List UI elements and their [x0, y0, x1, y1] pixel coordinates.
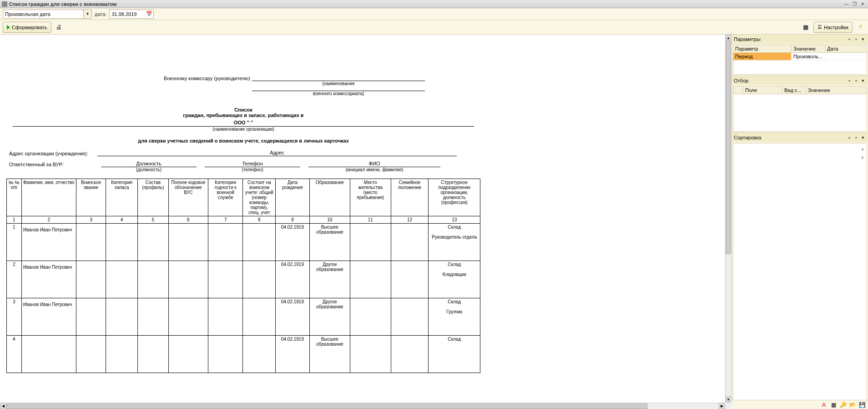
settings-label: Настройки: [824, 25, 848, 30]
panel-collapse-icon[interactable]: ▼: [860, 77, 866, 84]
table-row[interactable]: 404.02.1919Высшее образованиеСклад: [7, 336, 480, 373]
generate-button[interactable]: Сформировать: [3, 22, 51, 33]
chevron-down-icon[interactable]: ▼: [83, 10, 91, 18]
hscroll-thumb[interactable]: [6, 404, 647, 409]
column-number: 11: [350, 216, 391, 224]
minimize-button[interactable]: —: [843, 1, 850, 7]
period-type-combo[interactable]: ▼: [3, 10, 92, 19]
print-button[interactable]: 🖨: [54, 22, 64, 32]
report-title1: Список: [6, 107, 480, 112]
address-label: Адрес организации (учреждения):: [6, 151, 97, 156]
table-header: Категория годности к военной службе: [208, 179, 242, 216]
maximize-button[interactable]: ❐: [851, 1, 858, 7]
horizontal-scrollbar[interactable]: ◀ ▶: [0, 403, 725, 409]
table-header: Образование: [309, 179, 350, 216]
column-number: 13: [429, 216, 480, 224]
parameters-title: Параметры: [734, 36, 846, 42]
column-number: 5: [138, 216, 169, 224]
table-header: Категория запаса: [106, 179, 138, 216]
column-number: 8: [243, 216, 276, 224]
grid-toggle-icon[interactable]: ▦: [829, 401, 838, 409]
panel-next-icon[interactable]: »: [853, 77, 859, 84]
vertical-scrollbar[interactable]: ▲ ▼: [725, 35, 732, 403]
app-icon: [2, 1, 7, 7]
scroll-up-arrow[interactable]: ▲: [726, 35, 731, 41]
date-label: дата:: [95, 11, 106, 17]
panel-collapse-icon[interactable]: ▼: [860, 36, 866, 42]
filter-bar: ▼ дата: 📅: [0, 8, 868, 20]
filter-grid[interactable]: Поле Вид с... Значение: [733, 86, 867, 132]
side-panel: Параметры « » ▼ Параметр Значение Дата П…: [732, 35, 868, 409]
table-row[interactable]: 2Иванов Иван Петрович04.02.1919Другое об…: [7, 261, 480, 298]
column-number: 7: [208, 216, 242, 224]
org-sub: (наименование организации): [6, 127, 480, 132]
sort-down-icon[interactable]: ▼: [859, 155, 866, 162]
table-header: Дата рождения: [276, 179, 309, 216]
filter-title: Отбор: [734, 78, 846, 83]
sub1: (наименование: [252, 81, 425, 86]
grid-icon[interactable]: ▦: [801, 22, 811, 32]
table-header: Семейное положение: [391, 179, 429, 216]
calendar-icon[interactable]: 📅: [145, 10, 153, 18]
date-input[interactable]: [110, 10, 145, 18]
date-field[interactable]: 📅: [109, 10, 154, 19]
column-number: 3: [76, 216, 106, 224]
help-button[interactable]: ?: [855, 22, 865, 32]
scroll-left-arrow[interactable]: ◀: [0, 404, 6, 409]
table-header: Состав (профиль): [138, 179, 169, 216]
save-icon[interactable]: 💾: [858, 401, 866, 409]
table-header: Полное кодовое обозначение ВУС: [168, 179, 208, 216]
param-row-period[interactable]: Период Произволь...: [733, 53, 867, 61]
title-bar: Список граждан для сверки с военкоматом …: [0, 0, 868, 8]
parameters-panel: Параметры « » ▼ Параметр Значение Дата П…: [732, 35, 868, 76]
parameters-grid[interactable]: Параметр Значение Дата Период Произволь.…: [733, 45, 867, 75]
settings-button[interactable]: ☰ Настройки: [813, 22, 853, 33]
column-number: 6: [168, 216, 208, 224]
commissar-line: [252, 76, 425, 81]
sub2: военного комиссариата): [252, 91, 425, 96]
responsible-label: Ответственный за ВУР:: [6, 162, 93, 167]
vscroll-thumb[interactable]: [726, 41, 731, 254]
column-number: 10: [309, 216, 350, 224]
panel-next-icon[interactable]: »: [853, 36, 859, 42]
panel-prev-icon[interactable]: «: [846, 36, 853, 42]
table-row[interactable]: 3Иванов Иван Петрович04.02.1919Другое об…: [7, 298, 480, 336]
table-header: Состоит на воинском учете: общий (номер …: [243, 179, 276, 216]
sort-body[interactable]: ▲ ▼: [733, 143, 867, 408]
play-icon: [7, 25, 10, 30]
column-number: 12: [391, 216, 429, 224]
table-header: Структурное подразделение организации, д…: [429, 179, 480, 216]
table-header: Фамилия, имя, отчество: [21, 179, 76, 216]
scroll-down-arrow[interactable]: ▼: [726, 396, 731, 403]
report-area: Военному комиссару (руководителю) (наиме…: [0, 35, 732, 409]
sort-title: Сортировка: [734, 135, 846, 140]
column-number: 1: [7, 216, 22, 224]
resp-position: Должность: [101, 161, 197, 167]
panel-prev-icon[interactable]: «: [846, 77, 853, 84]
key-icon[interactable]: 🔑: [839, 401, 847, 409]
sort-up-icon[interactable]: ▲: [859, 146, 866, 153]
column-number: 2: [21, 216, 76, 224]
open-folder-icon[interactable]: 📂: [848, 401, 857, 409]
sort-panel: Сортировка « » ▼ ▲ ▼: [732, 133, 868, 409]
data-table: № № п/пФамилия, имя, отчествоВоинское зв…: [6, 179, 480, 373]
window-title: Список граждан для сверки с военкоматом: [9, 1, 842, 7]
period-type-input[interactable]: [3, 10, 83, 18]
font-icon[interactable]: A: [820, 401, 828, 409]
resp-phone: Телефон: [205, 161, 300, 167]
table-row[interactable]: 1Иванов Иван Петрович04.02.1919Высшее об…: [7, 224, 480, 261]
filter-panel: Отбор « » ▼ Поле Вид с... Значение: [732, 76, 868, 133]
table-header: Место жительства (место пребывания): [350, 179, 391, 216]
panel-collapse-icon[interactable]: ▼: [860, 134, 866, 141]
org-name: ООО " ": [13, 120, 474, 127]
panel-next-icon[interactable]: »: [853, 134, 859, 141]
report-subtitle: для сверки учетных сведений о воинском у…: [6, 138, 480, 143]
settings-icon: ☰: [818, 24, 822, 30]
report-title2: граждан, пребывающих в запасе, работающи…: [6, 112, 480, 118]
status-bar: A ▦ 🔑 📂 💾: [732, 400, 868, 409]
close-button[interactable]: ✕: [859, 1, 866, 7]
generate-label: Сформировать: [12, 25, 47, 30]
resp-fio: ФИО: [308, 161, 440, 167]
panel-prev-icon[interactable]: «: [846, 134, 853, 141]
scroll-right-arrow[interactable]: ▶: [719, 404, 725, 409]
